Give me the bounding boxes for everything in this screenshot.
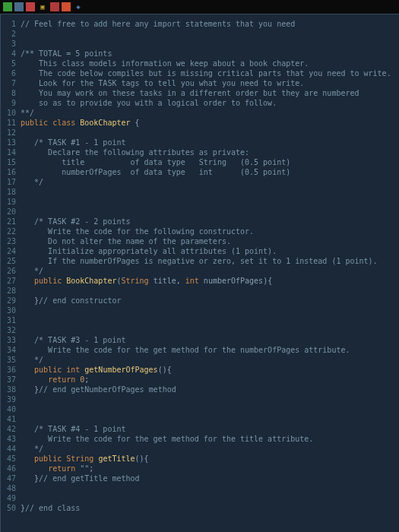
code-line[interactable]: Write the code for the get method for th… [21,434,399,444]
code-line[interactable] [21,306,399,315]
code-token: public [34,277,66,285]
code-line[interactable] [21,493,399,503]
code-token: */ [21,356,43,364]
taskbar-icon[interactable] [14,2,24,11]
code-token: public [34,366,66,374]
line-number: 23 [1,236,16,246]
line-number: 15 [1,157,16,167]
code-line[interactable] [21,414,399,424]
code-line[interactable] [21,39,399,49]
code-line[interactable]: */ [21,177,399,187]
code-line[interactable]: }// end constructor [21,296,399,306]
code-line[interactable]: public BookChapter(String title, int num… [21,276,399,286]
line-number: 26 [1,266,16,276]
code-line[interactable] [21,315,399,325]
code-line[interactable]: public int getNumberOfPages(){ [21,365,399,375]
code-line[interactable]: You may work on these tasks in a differe… [21,88,399,98]
line-number: 3 [1,39,16,49]
code-line[interactable]: return 0; [21,375,399,385]
code-line[interactable] [21,128,399,138]
line-number: 35 [1,355,16,365]
code-area[interactable]: // Feel free to add here any import stat… [21,19,399,532]
code-token: Write the code for the following constru… [21,227,254,236]
code-line[interactable] [21,187,399,197]
code-line[interactable] [21,394,399,404]
code-line[interactable]: }// end getNumberOfPages method [21,385,399,394]
code-line[interactable]: */ [21,266,399,276]
line-number: 42 [1,424,16,434]
code-line[interactable]: /* TASK #1 - 1 point [21,138,399,147]
code-line[interactable] [21,286,399,296]
code-line[interactable]: */ [21,444,399,454]
code-line[interactable]: Declare the following attributes as priv… [21,147,399,157]
code-token: getTitle [98,454,135,463]
code-token: String [121,277,148,285]
code-line[interactable]: numberOfPages of data type int (0.5 poin… [21,167,399,177]
line-number: 43 [1,434,16,444]
code-line[interactable]: title of data type String (0.5 point) [21,157,399,167]
line-number: 48 [1,483,16,493]
line-number: 1 [1,19,16,29]
line-number: 45 [1,454,16,464]
line-number: 5 [1,59,16,68]
code-line[interactable]: /** TOTAL = 5 points [21,49,399,59]
code-line[interactable]: }// end class [21,503,399,513]
code-line[interactable]: The code below compiles but is missing c… [21,68,399,78]
line-number: 17 [1,177,16,187]
line-number: 13 [1,138,16,147]
code-token: ; [89,464,93,473]
code-line[interactable]: // Feel free to add here any import stat… [21,19,399,29]
code-line[interactable]: */ [21,355,399,365]
line-number: 24 [1,246,16,256]
code-line[interactable]: so as to provide you with a logical orde… [21,98,399,108]
line-number: 12 [1,128,16,138]
code-line[interactable]: **/ [21,108,399,118]
code-token: */ [21,267,43,275]
taskbar-icon[interactable] [3,2,12,11]
code-line[interactable] [21,404,399,414]
code-line[interactable]: /* TASK #3 - 1 point [21,335,399,345]
taskbar-icon[interactable]: ◈ [73,2,84,12]
line-number: 50 [1,503,16,513]
code-line[interactable] [21,207,399,217]
taskbar-icon[interactable] [26,2,35,11]
code-line[interactable]: Do not alter the name of the parameters. [21,236,399,246]
code-line[interactable]: /* TASK #4 - 1 point [21,424,399,434]
code-token: title, [149,277,185,285]
code-token: Initialize appropriately all attributes … [21,247,277,255]
code-line[interactable]: Look for the TASK tags to tell you what … [21,78,399,88]
code-line[interactable]: Write the code for the get method for th… [21,345,399,355]
code-token: return [48,375,80,384]
code-line[interactable] [21,325,399,335]
code-line[interactable]: If the numberOfPages is negative or zero… [21,256,399,266]
code-token: return [48,464,80,473]
line-number: 10 [1,108,16,118]
code-token [21,464,48,473]
code-token: The code below compiles but is missing c… [21,69,391,78]
code-token: } [21,385,39,394]
line-number: 18 [1,187,16,197]
taskbar-icon[interactable]: ▣ [37,2,48,12]
line-number: 30 [1,306,16,315]
code-editor[interactable]: 1234567891011121314151617181920212223242… [0,14,399,532]
code-line[interactable]: Initialize appropriately all attributes … [21,246,399,256]
code-line[interactable]: public class BookChapter { [21,118,399,128]
line-number: 25 [1,256,16,266]
code-line[interactable]: }// end getTitle method [21,473,399,483]
code-line[interactable]: This class models information we keep ab… [21,59,399,68]
code-line[interactable] [21,29,399,39]
code-token: /* TASK #2 - 2 points [21,217,131,226]
taskbar-icon[interactable] [50,2,59,11]
line-number: 31 [1,315,16,325]
code-line[interactable]: public String getTitle(){ [21,454,399,464]
code-line[interactable]: Write the code for the following constru… [21,226,399,236]
code-token: } [21,296,39,305]
code-line[interactable] [21,197,399,207]
code-token: // end getTitle method [39,474,139,483]
code-token: Declare the following attributes as priv… [21,148,249,157]
code-token: /** TOTAL = 5 points [21,49,112,58]
code-line[interactable]: return ""; [21,464,399,473]
code-line[interactable]: /* TASK #2 - 2 points [21,217,399,226]
code-line[interactable] [21,483,399,493]
taskbar-icon[interactable] [62,2,71,11]
